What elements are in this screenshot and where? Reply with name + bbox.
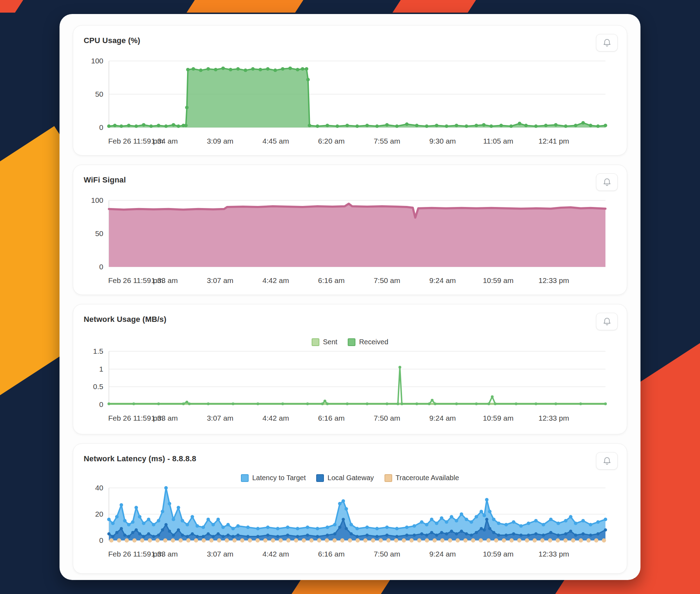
stripe-red-top-right: [385, 0, 480, 13]
legend-label: Sent: [323, 338, 337, 346]
stripe-orange-bottom: [286, 579, 395, 594]
bell-icon: [602, 317, 612, 326]
svg-text:10:59 am: 10:59 am: [483, 414, 514, 422]
dashboard-background: CPU Usage (%) 100500Feb 26 11:59 pm1:34 …: [0, 0, 700, 594]
network-usage-panel: Network Usage (MB/s) SentReceived 1.510.…: [73, 304, 627, 434]
svg-text:10:59 am: 10:59 am: [483, 550, 514, 558]
svg-text:100: 100: [91, 196, 103, 204]
svg-text:1:34 am: 1:34 am: [151, 137, 178, 145]
svg-text:1.5: 1.5: [93, 347, 103, 355]
bell-icon: [602, 38, 612, 48]
legend-swatch: [241, 474, 249, 482]
svg-text:1:33 am: 1:33 am: [151, 550, 178, 558]
svg-text:4:42 am: 4:42 am: [263, 414, 289, 422]
stripe-red-bottom: [549, 579, 700, 594]
legend-item[interactable]: Latency to Target: [241, 474, 306, 482]
network-latency-panel: Network Latency (ms) - 8.8.8.8 Latency t…: [73, 443, 627, 574]
notification-bell-button[interactable]: [596, 173, 618, 191]
cpu-usage-panel: CPU Usage (%) 100500Feb 26 11:59 pm1:34 …: [73, 25, 627, 156]
panel-title: Network Latency (ms) - 8.8.8.8: [84, 454, 196, 463]
svg-text:0: 0: [99, 536, 103, 544]
svg-text:7:50 am: 7:50 am: [374, 550, 400, 558]
svg-text:9:24 am: 9:24 am: [429, 414, 456, 422]
legend-item[interactable]: Traceroute Available: [384, 474, 459, 482]
stripe-orange-top: [179, 0, 308, 13]
cpu-usage-chart: 100500Feb 26 11:59 pm1:34 am3:09 am4:45 …: [84, 55, 617, 153]
svg-text:50: 50: [95, 90, 103, 98]
svg-text:1:33 am: 1:33 am: [151, 276, 178, 284]
panel-title: CPU Usage (%): [84, 36, 140, 45]
legend-swatch: [316, 474, 324, 482]
svg-text:10:59 am: 10:59 am: [483, 276, 514, 284]
stripe-strip-bottom: [0, 579, 700, 594]
svg-text:9:24 am: 9:24 am: [429, 276, 456, 284]
bell-icon: [602, 456, 612, 466]
notification-bell-button[interactable]: [596, 34, 618, 51]
legend-swatch: [312, 338, 319, 346]
svg-text:9:24 am: 9:24 am: [429, 550, 456, 558]
network-usage-legend: SentReceived: [73, 338, 627, 346]
legend-label: Received: [359, 338, 388, 346]
wifi-signal-panel: WiFi Signal 100500Feb 26 11:59 pm1:33 am…: [73, 165, 627, 295]
svg-text:12:33 pm: 12:33 pm: [539, 414, 569, 422]
notification-bell-button[interactable]: [596, 313, 618, 330]
svg-text:3:07 am: 3:07 am: [207, 414, 234, 422]
legend-label: Latency to Target: [252, 474, 306, 482]
legend-item[interactable]: Local Gateway: [316, 474, 374, 482]
svg-text:12:41 pm: 12:41 pm: [539, 137, 569, 145]
svg-text:6:20 am: 6:20 am: [318, 137, 345, 145]
network-latency-legend: Latency to TargetLocal GatewayTraceroute…: [73, 474, 627, 482]
svg-text:6:16 am: 6:16 am: [318, 550, 345, 558]
stripe-strip-top: [0, 0, 700, 13]
svg-text:7:55 am: 7:55 am: [374, 137, 400, 145]
svg-text:7:50 am: 7:50 am: [374, 276, 400, 284]
svg-text:12:33 pm: 12:33 pm: [539, 276, 569, 284]
legend-label: Traceroute Available: [396, 474, 459, 482]
panel-title: WiFi Signal: [84, 175, 126, 185]
legend-item[interactable]: Received: [348, 338, 388, 346]
dashboard-card: CPU Usage (%) 100500Feb 26 11:59 pm1:34 …: [60, 14, 640, 580]
legend-swatch: [384, 474, 392, 482]
bell-icon: [602, 178, 612, 187]
svg-text:40: 40: [95, 484, 103, 492]
panel-title: Network Usage (MB/s): [84, 315, 166, 324]
svg-text:11:05 am: 11:05 am: [483, 137, 513, 145]
wifi-signal-chart: 100500Feb 26 11:59 pm1:33 am3:07 am4:42 …: [84, 195, 617, 293]
svg-text:3:09 am: 3:09 am: [207, 137, 234, 145]
svg-text:4:42 am: 4:42 am: [263, 276, 289, 284]
legend-item[interactable]: Sent: [312, 338, 337, 346]
svg-text:1:33 am: 1:33 am: [151, 414, 178, 422]
svg-text:4:42 am: 4:42 am: [263, 550, 289, 558]
svg-text:0: 0: [99, 263, 103, 271]
svg-text:50: 50: [95, 229, 103, 237]
svg-text:100: 100: [91, 57, 103, 65]
svg-text:0: 0: [99, 400, 103, 408]
legend-swatch: [348, 338, 355, 346]
svg-text:6:16 am: 6:16 am: [318, 276, 345, 284]
svg-text:7:50 am: 7:50 am: [374, 414, 400, 422]
svg-text:3:07 am: 3:07 am: [207, 276, 234, 284]
svg-text:0: 0: [99, 123, 103, 131]
notification-bell-button[interactable]: [596, 452, 618, 470]
svg-text:20: 20: [95, 510, 103, 518]
network-latency-chart: 40200Feb 26 11:59 pm1:33 am3:07 am4:42 a…: [84, 483, 617, 565]
svg-text:9:30 am: 9:30 am: [429, 137, 456, 145]
svg-text:12:33 pm: 12:33 pm: [539, 550, 569, 558]
stripe-red-top-left: [0, 0, 28, 13]
network-usage-chart: 1.510.50Feb 26 11:59 pm1:33 am3:07 am4:4…: [84, 346, 617, 430]
svg-text:6:16 am: 6:16 am: [318, 414, 345, 422]
svg-text:4:45 am: 4:45 am: [263, 137, 289, 145]
legend-label: Local Gateway: [327, 474, 374, 482]
svg-text:3:07 am: 3:07 am: [207, 550, 234, 558]
svg-text:0.5: 0.5: [93, 382, 103, 391]
svg-text:1: 1: [99, 365, 103, 373]
